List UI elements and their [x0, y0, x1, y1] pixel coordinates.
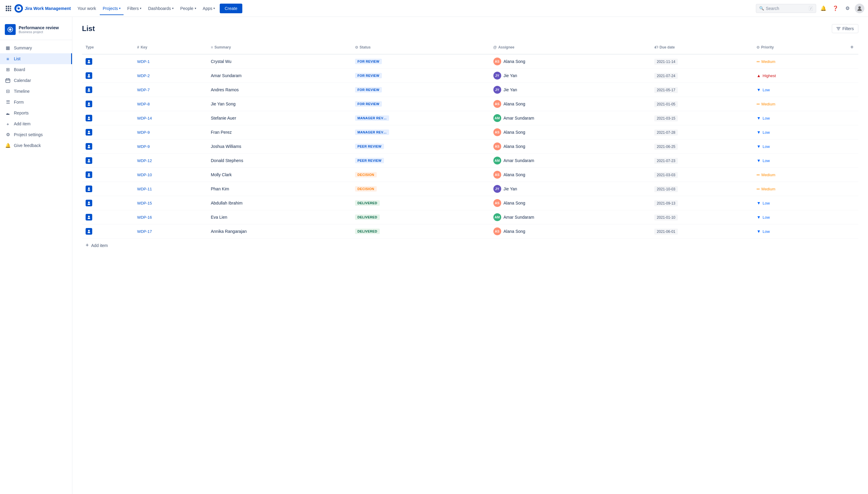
table-row[interactable]: WDP-10 Molly Clark DECISION AS Alana Son…: [82, 168, 858, 182]
status-badge[interactable]: DELIVERED: [355, 214, 380, 220]
issue-key-link[interactable]: WDP-15: [137, 201, 152, 205]
issue-key-link[interactable]: WDP-17: [137, 229, 152, 234]
status-badge[interactable]: DECISION: [355, 186, 377, 192]
summary-cell[interactable]: Joshua Williams: [207, 139, 351, 154]
status-cell[interactable]: DELIVERED: [351, 224, 490, 239]
summary-cell[interactable]: Amar Sundaram: [207, 69, 351, 83]
help-icon[interactable]: ❓: [831, 4, 840, 13]
status-cell[interactable]: DELIVERED: [351, 210, 490, 224]
status-cell[interactable]: DELIVERED: [351, 196, 490, 210]
grid-icon[interactable]: [4, 4, 13, 13]
sidebar-item-summary[interactable]: ▦ Summary: [0, 42, 72, 53]
sidebar-item-board[interactable]: ⊞ Board: [0, 64, 72, 75]
create-button[interactable]: Create: [220, 4, 242, 13]
table-row[interactable]: WDP-17 Annika Rangarajan DELIVERED AS Al…: [82, 224, 858, 239]
status-badge[interactable]: DELIVERED: [355, 229, 380, 234]
status-badge[interactable]: FOR REVIEW: [355, 101, 382, 107]
issue-key-link[interactable]: WDP-2: [137, 74, 150, 78]
add-column-button[interactable]: +: [849, 43, 855, 52]
sidebar-item-give-feedback[interactable]: 🔔 Give feedback: [0, 140, 72, 151]
issue-key-link[interactable]: WDP-9: [137, 130, 150, 135]
settings-icon[interactable]: ⚙: [843, 4, 852, 13]
status-badge[interactable]: PEER REVIEW: [355, 158, 384, 163]
status-badge[interactable]: PEER REVIEW: [355, 144, 384, 149]
table-row[interactable]: WDP-7 Andres Ramos FOR REVIEW JY Jie Yan…: [82, 83, 858, 97]
status-cell[interactable]: FOR REVIEW: [351, 97, 490, 111]
nav-filters[interactable]: Filters ▾: [124, 4, 144, 13]
nav-apps[interactable]: Apps ▾: [200, 4, 218, 13]
dashboards-chevron: ▾: [172, 7, 173, 10]
table-row[interactable]: WDP-11 Phan Kim DECISION JY Jie Yan 2021…: [82, 182, 858, 196]
summary-cell[interactable]: Andres Ramos: [207, 83, 351, 97]
status-cell[interactable]: PEER REVIEW: [351, 139, 490, 154]
status-cell[interactable]: DECISION: [351, 182, 490, 196]
summary-cell[interactable]: Stefanie Auer: [207, 111, 351, 125]
status-cell[interactable]: FOR REVIEW: [351, 69, 490, 83]
assignee-info: AS Alana Song: [493, 227, 647, 235]
summary-cell[interactable]: Fran Perez: [207, 125, 351, 139]
nav-your-work[interactable]: Your work: [74, 4, 99, 13]
status-cell[interactable]: DECISION: [351, 168, 490, 182]
nav-people[interactable]: People ▾: [177, 4, 199, 13]
issue-key-link[interactable]: WDP-10: [137, 173, 152, 177]
table-row[interactable]: WDP-15 Abdullah Ibrahim DELIVERED AS Ala…: [82, 196, 858, 210]
summary-cell[interactable]: Molly Clark: [207, 168, 351, 182]
add-item-row[interactable]: + Add item: [82, 239, 858, 252]
sidebar-item-project-settings[interactable]: ⚙ Project settings: [0, 129, 72, 140]
issue-key-link[interactable]: WDP-8: [137, 102, 150, 106]
table-row[interactable]: WDP-9 Fran Perez MANAGER REV… AS Alana S…: [82, 125, 858, 139]
nav-projects[interactable]: Projects ▾: [100, 4, 124, 13]
summary-cell[interactable]: Eva Lien: [207, 210, 351, 224]
status-badge[interactable]: MANAGER REV…: [355, 115, 389, 121]
status-cell[interactable]: FOR REVIEW: [351, 83, 490, 97]
sidebar-item-add-item[interactable]: + Add item: [0, 118, 72, 129]
summary-cell[interactable]: Abdullah Ibrahim: [207, 196, 351, 210]
add-item-plus-icon: +: [86, 242, 89, 248]
user-avatar[interactable]: [855, 4, 864, 13]
summary-cell[interactable]: Annika Rangarajan: [207, 224, 351, 239]
calendar-icon: [5, 77, 11, 83]
summary-cell[interactable]: Donald Stephens: [207, 154, 351, 168]
summary-cell[interactable]: Jie Yan Song: [207, 97, 351, 111]
project-header: Performance review Business project: [0, 22, 72, 40]
nav-dashboards[interactable]: Dashboards ▾: [145, 4, 177, 13]
issue-key-link[interactable]: WDP-7: [137, 88, 150, 92]
table-row[interactable]: WDP-12 Donald Stephens PEER REVIEW AM Am…: [82, 154, 858, 168]
table-row[interactable]: WDP-16 Eva Lien DELIVERED AM Amar Sundar…: [82, 210, 858, 224]
filters-button[interactable]: Filters: [832, 24, 858, 33]
issue-key-link[interactable]: WDP-12: [137, 158, 152, 163]
table-row[interactable]: WDP-9 Joshua Williams PEER REVIEW AS Ala…: [82, 139, 858, 154]
table-row[interactable]: WDP-14 Stefanie Auer MANAGER REV… AM Ama…: [82, 111, 858, 125]
issue-key-link[interactable]: WDP-1: [137, 59, 150, 64]
app-logo[interactable]: Jira Work Management: [15, 4, 71, 13]
issue-key-link[interactable]: WDP-9: [137, 144, 150, 149]
svg-point-41: [88, 230, 90, 232]
status-badge[interactable]: FOR REVIEW: [355, 59, 382, 64]
sidebar-item-form[interactable]: ☰ Form: [0, 97, 72, 108]
notifications-icon[interactable]: 🔔: [818, 4, 828, 13]
issue-key-link[interactable]: WDP-11: [137, 187, 152, 191]
sidebar-item-label: Reports: [14, 111, 29, 115]
status-cell[interactable]: PEER REVIEW: [351, 154, 490, 168]
table-row[interactable]: WDP-1 Crystal Wu FOR REVIEW AS Alana Son…: [82, 54, 858, 69]
sidebar-item-timeline[interactable]: ⊟ Timeline: [0, 86, 72, 97]
status-cell[interactable]: FOR REVIEW: [351, 54, 490, 69]
status-badge[interactable]: DELIVERED: [355, 200, 380, 206]
issue-key-link[interactable]: WDP-14: [137, 116, 152, 120]
status-badge[interactable]: MANAGER REV…: [355, 130, 389, 135]
sidebar-item-reports[interactable]: Reports: [0, 108, 72, 118]
status-cell[interactable]: MANAGER REV…: [351, 111, 490, 125]
sidebar-item-calendar[interactable]: Calendar: [0, 75, 72, 86]
sidebar-item-label: Calendar: [14, 78, 31, 83]
table-row[interactable]: WDP-2 Amar Sundaram FOR REVIEW JY Jie Ya…: [82, 69, 858, 83]
search-box[interactable]: 🔍 Search /: [756, 4, 816, 13]
summary-cell[interactable]: Phan Kim: [207, 182, 351, 196]
issue-key-link[interactable]: WDP-16: [137, 215, 152, 220]
status-badge[interactable]: DECISION: [355, 172, 377, 177]
status-badge[interactable]: FOR REVIEW: [355, 73, 382, 78]
status-badge[interactable]: FOR REVIEW: [355, 87, 382, 93]
summary-cell[interactable]: Crystal Wu: [207, 54, 351, 69]
sidebar-item-list[interactable]: ≡ List: [0, 53, 72, 64]
status-cell[interactable]: MANAGER REV…: [351, 125, 490, 139]
table-row[interactable]: WDP-8 Jie Yan Song FOR REVIEW AS Alana S…: [82, 97, 858, 111]
